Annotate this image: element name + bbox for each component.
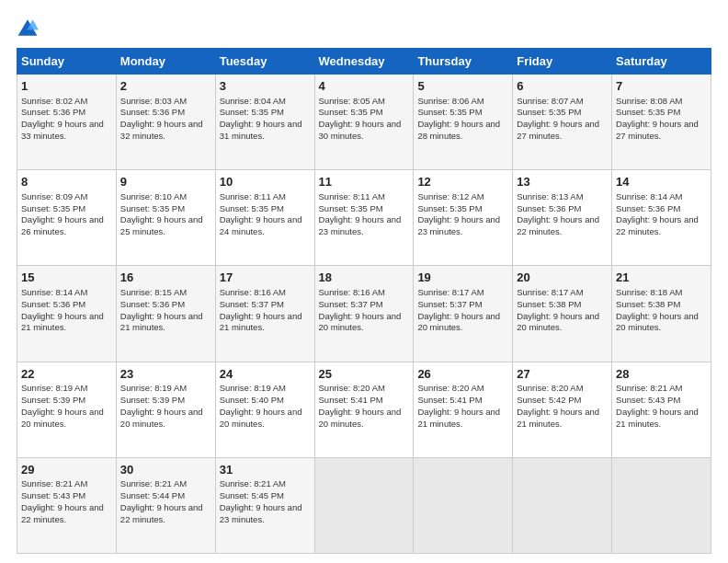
calendar-cell: 30Sunrise: 8:21 AMSunset: 5:44 PMDayligh… <box>116 457 215 553</box>
daylight-label: Daylight: 9 hours and 21 minutes. <box>21 311 104 333</box>
sunrise-label: Sunrise: 8:02 AM <box>21 96 87 106</box>
sunset-label: Sunset: 5:43 PM <box>21 490 85 500</box>
calendar-cell: 17Sunrise: 8:16 AMSunset: 5:37 PMDayligh… <box>215 266 314 362</box>
daylight-label: Daylight: 9 hours and 30 minutes. <box>319 119 402 141</box>
sunrise-label: Sunrise: 8:14 AM <box>21 287 87 297</box>
sunrise-label: Sunrise: 8:20 AM <box>417 383 483 393</box>
sunset-label: Sunset: 5:35 PM <box>21 203 85 213</box>
sunset-label: Sunset: 5:38 PM <box>517 299 581 309</box>
sunrise-label: Sunrise: 8:17 AM <box>417 287 483 297</box>
calendar-cell: 6Sunrise: 8:07 AMSunset: 5:35 PMDaylight… <box>513 75 612 170</box>
day-number: 23 <box>120 366 211 383</box>
daylight-label: Daylight: 9 hours and 20 minutes. <box>616 311 699 333</box>
header-day-thursday: Thursday <box>414 49 513 75</box>
header-day-wednesday: Wednesday <box>314 49 414 75</box>
day-number: 8 <box>21 174 112 190</box>
sunrise-label: Sunrise: 8:06 AM <box>417 96 483 106</box>
calendar-cell: 29Sunrise: 8:21 AMSunset: 5:43 PMDayligh… <box>17 457 117 553</box>
day-number: 11 <box>319 174 410 190</box>
calendar-cell: 8Sunrise: 8:09 AMSunset: 5:35 PMDaylight… <box>17 170 117 266</box>
sunrise-label: Sunrise: 8:19 AM <box>21 383 87 393</box>
sunrise-label: Sunrise: 8:17 AM <box>517 287 583 297</box>
daylight-label: Daylight: 9 hours and 24 minutes. <box>220 214 302 236</box>
calendar-cell: 11Sunrise: 8:11 AMSunset: 5:35 PMDayligh… <box>314 170 414 266</box>
day-number: 28 <box>616 366 707 383</box>
sunset-label: Sunset: 5:41 PM <box>417 395 482 405</box>
sunrise-label: Sunrise: 8:03 AM <box>120 96 187 106</box>
sunset-label: Sunset: 5:36 PM <box>120 299 185 309</box>
daylight-label: Daylight: 9 hours and 28 minutes. <box>417 119 500 141</box>
day-number: 9 <box>120 174 211 190</box>
calendar-cell: 28Sunrise: 8:21 AMSunset: 5:43 PMDayligh… <box>612 362 711 457</box>
sunrise-label: Sunrise: 8:20 AM <box>517 383 583 393</box>
sunset-label: Sunset: 5:44 PM <box>120 490 185 500</box>
header-day-tuesday: Tuesday <box>215 49 314 75</box>
day-number: 20 <box>517 270 608 286</box>
calendar-cell: 16Sunrise: 8:15 AMSunset: 5:36 PMDayligh… <box>116 266 215 362</box>
calendar-cell: 2Sunrise: 8:03 AMSunset: 5:36 PMDaylight… <box>116 75 215 170</box>
day-number: 12 <box>417 174 508 190</box>
sunset-label: Sunset: 5:40 PM <box>220 395 284 405</box>
sunrise-label: Sunrise: 8:20 AM <box>319 383 385 393</box>
daylight-label: Daylight: 9 hours and 22 minutes. <box>21 502 104 524</box>
sunrise-label: Sunrise: 8:10 AM <box>120 191 187 201</box>
sunrise-label: Sunrise: 8:16 AM <box>319 287 385 297</box>
day-number: 21 <box>616 270 707 286</box>
sunset-label: Sunset: 5:38 PM <box>616 299 680 309</box>
calendar-cell: 26Sunrise: 8:20 AMSunset: 5:41 PMDayligh… <box>414 362 513 457</box>
sunset-label: Sunset: 5:35 PM <box>319 203 383 213</box>
day-number: 7 <box>616 78 707 95</box>
daylight-label: Daylight: 9 hours and 21 minutes. <box>517 407 599 429</box>
calendar-week-row: 8Sunrise: 8:09 AMSunset: 5:35 PMDaylight… <box>17 170 711 266</box>
calendar-week-row: 1Sunrise: 8:02 AMSunset: 5:36 PMDaylight… <box>17 75 711 170</box>
sunset-label: Sunset: 5:43 PM <box>616 395 680 405</box>
daylight-label: Daylight: 9 hours and 22 minutes. <box>517 214 599 236</box>
day-number: 19 <box>417 270 508 286</box>
daylight-label: Daylight: 9 hours and 21 minutes. <box>120 311 203 333</box>
daylight-label: Daylight: 9 hours and 20 minutes. <box>21 407 104 429</box>
sunset-label: Sunset: 5:37 PM <box>417 299 482 309</box>
day-number: 3 <box>220 78 311 95</box>
daylight-label: Daylight: 9 hours and 32 minutes. <box>120 119 203 141</box>
sunset-label: Sunset: 5:37 PM <box>319 299 383 309</box>
sunset-label: Sunset: 5:36 PM <box>616 203 680 213</box>
day-number: 18 <box>319 270 410 286</box>
sunrise-label: Sunrise: 8:07 AM <box>517 96 583 106</box>
sunset-label: Sunset: 5:39 PM <box>21 395 85 405</box>
sunset-label: Sunset: 5:35 PM <box>517 107 581 117</box>
daylight-label: Daylight: 9 hours and 25 minutes. <box>120 214 203 236</box>
day-number: 2 <box>120 78 211 95</box>
sunset-label: Sunset: 5:35 PM <box>616 107 680 117</box>
day-number: 1 <box>21 78 112 95</box>
daylight-label: Daylight: 9 hours and 23 minutes. <box>220 502 302 524</box>
logo <box>17 17 42 39</box>
daylight-label: Daylight: 9 hours and 22 minutes. <box>120 502 203 524</box>
sunrise-label: Sunrise: 8:11 AM <box>319 191 385 201</box>
header-day-friday: Friday <box>513 49 612 75</box>
daylight-label: Daylight: 9 hours and 33 minutes. <box>21 119 104 141</box>
sunrise-label: Sunrise: 8:14 AM <box>616 191 682 201</box>
sunrise-label: Sunrise: 8:21 AM <box>120 478 187 488</box>
sunset-label: Sunset: 5:35 PM <box>120 203 185 213</box>
day-number: 5 <box>417 78 508 95</box>
calendar-cell: 7Sunrise: 8:08 AMSunset: 5:35 PMDaylight… <box>612 75 711 170</box>
calendar-cell <box>513 457 612 553</box>
daylight-label: Daylight: 9 hours and 27 minutes. <box>616 119 699 141</box>
day-number: 17 <box>220 270 311 286</box>
calendar-cell <box>612 457 711 553</box>
calendar-body: 1Sunrise: 8:02 AMSunset: 5:36 PMDaylight… <box>17 75 711 554</box>
day-number: 13 <box>517 174 608 190</box>
calendar-week-row: 15Sunrise: 8:14 AMSunset: 5:36 PMDayligh… <box>17 266 711 362</box>
sunset-label: Sunset: 5:41 PM <box>319 395 383 405</box>
calendar-cell: 13Sunrise: 8:13 AMSunset: 5:36 PMDayligh… <box>513 170 612 266</box>
sunrise-label: Sunrise: 8:21 AM <box>21 478 87 488</box>
calendar-cell: 23Sunrise: 8:19 AMSunset: 5:39 PMDayligh… <box>116 362 215 457</box>
sunrise-label: Sunrise: 8:05 AM <box>319 96 385 106</box>
sunrise-label: Sunrise: 8:18 AM <box>616 287 682 297</box>
sunset-label: Sunset: 5:35 PM <box>319 107 383 117</box>
calendar-cell: 9Sunrise: 8:10 AMSunset: 5:35 PMDaylight… <box>116 170 215 266</box>
day-number: 25 <box>319 366 410 383</box>
calendar-cell: 25Sunrise: 8:20 AMSunset: 5:41 PMDayligh… <box>314 362 414 457</box>
daylight-label: Daylight: 9 hours and 21 minutes. <box>616 407 699 429</box>
sunrise-label: Sunrise: 8:19 AM <box>120 383 187 393</box>
